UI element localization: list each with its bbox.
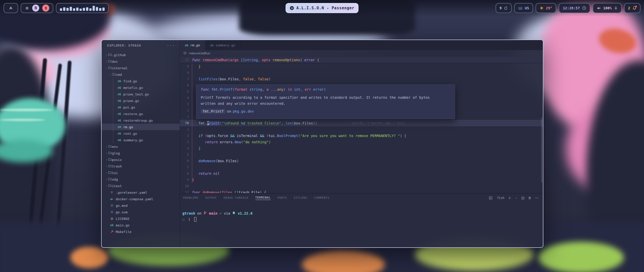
symbol-cube-icon: [183, 51, 187, 55]
updates-pill[interactable]: 9: [496, 3, 512, 13]
code-token: [200, 58, 203, 62]
tab-summary-go[interactable]: ≡G summary.go: [205, 40, 240, 50]
tree-item-cmd[interactable]: cmd: [102, 71, 180, 78]
go-file-icon: ≡G: [117, 112, 122, 116]
tree-item-prune_test.go[interactable]: ≡Gprune_test.go: [102, 91, 180, 97]
panel-tab-ports[interactable]: PORTS: [277, 196, 287, 200]
tree-item-find.go[interactable]: ≡Gfind.go: [102, 78, 180, 84]
tree-item-tui[interactable]: tui: [102, 169, 180, 176]
code-line[interactable]: 3return errors.New("do nothing"): [180, 139, 543, 145]
launcher-pill[interactable]: [4, 3, 18, 13]
wallpaper-grass-right: [538, 242, 624, 272]
editor-scrollbar[interactable]: [541, 117, 542, 183]
explorer-more-icon[interactable]: ···: [167, 43, 175, 48]
terminal-dropdown-icon[interactable]: [515, 197, 518, 199]
split-terminal-button[interactable]: [521, 196, 525, 200]
tree-item-label: cmd: [116, 73, 122, 77]
visualizer-pill: [56, 3, 109, 13]
go-file-icon: ≡G: [185, 43, 188, 47]
tree-item-xdg[interactable]: xdg: [102, 176, 180, 183]
code-line[interactable]: 2if !opts.force && isTerminal && !tui.Bo…: [180, 132, 543, 139]
code-token: [209, 87, 211, 91]
media-pill[interactable]: A.L.I.S.O.N - Passenger: [286, 3, 358, 13]
audio-pill[interactable]: 100%: [593, 3, 622, 13]
code-line[interactable]: 5: [180, 151, 543, 158]
tree-item-metafix.go[interactable]: ≡Gmetafix.go: [102, 84, 180, 91]
panel-more-icon[interactable]: [535, 197, 538, 199]
notifications-pill[interactable]: 2: [624, 3, 640, 13]
tree-item-LICENSE[interactable]: LICENSE: [102, 215, 180, 222]
tab-rm-go[interactable]: ≡G rm.go: [180, 40, 205, 50]
tree-item-internal[interactable]: internal: [102, 65, 180, 71]
go-file-icon: ≡G: [210, 43, 213, 47]
clock-pill[interactable]: 12:28:57: [559, 3, 590, 13]
workspaces-pill[interactable]: N: [21, 3, 53, 13]
code-line[interactable]: 78fmt.Printf("\nFound %d trashed files\n…: [180, 120, 543, 126]
tree-item-label: main.go: [116, 223, 130, 227]
pkg-go-dev-link[interactable]: pkg.go.dev: [233, 109, 254, 113]
kill-terminal-button[interactable]: [528, 196, 531, 200]
code-line[interactable]: 11func doRemove(files []trash.File) {: [180, 189, 543, 193]
tree-item-go.sum[interactable]: go.sum: [102, 209, 180, 215]
code-line[interactable]: 1: [180, 126, 543, 132]
code-text: return nil: [192, 172, 220, 176]
tree-item-itest[interactable]: itest: [102, 183, 180, 189]
tab-label: rm.go: [190, 43, 200, 47]
updates-count: 9: [500, 6, 502, 10]
code-line[interactable]: 9}: [180, 177, 543, 183]
tree-item-summary.go[interactable]: ≡Gsummary.go: [102, 137, 180, 143]
panel-tab-debug-console[interactable]: DEBUG CONSOLE: [224, 196, 249, 200]
terminal-content[interactable]: gtrash on main ✓ via v1.22.6 ○ ): [182, 211, 253, 222]
code-token: if: [198, 134, 203, 138]
workspace-globe[interactable]: [25, 6, 29, 10]
code-line[interactable]: 8: [180, 70, 543, 76]
workspace-files[interactable]: [42, 5, 49, 12]
tree-item-root.go[interactable]: ≡Groot.go: [102, 130, 180, 137]
code-token: err: [305, 87, 311, 91]
tree-item-doc[interactable]: doc: [102, 58, 180, 65]
panel-tab-terminal[interactable]: TERMINAL: [255, 196, 271, 200]
panel-tab-problems[interactable]: PROBLEMS: [183, 196, 198, 200]
tree-item-restore.go[interactable]: ≡Grestore.go: [102, 111, 180, 117]
new-terminal-button[interactable]: [508, 196, 511, 200]
code-token: ,: [258, 58, 262, 62]
sticky-scroll-line[interactable]: 17func removeCmdRun(args []string, opts …: [180, 57, 543, 63]
code-line[interactable]: 9}: [180, 63, 543, 70]
tree-item-glog[interactable]: glog: [102, 150, 180, 156]
code-token: %d: [241, 121, 245, 125]
tree-item-put.go[interactable]: ≡Gput.go: [102, 104, 180, 111]
keyboard-layout-pill[interactable]: US: [514, 3, 533, 13]
weather-pill[interactable]: 29°: [536, 3, 556, 13]
tree-item-prune.go[interactable]: ≡Gprune.go: [102, 97, 180, 104]
tree-item-main.go[interactable]: ≡Gmain.go: [102, 222, 180, 228]
tree-item-label: trash: [112, 164, 122, 168]
code-line[interactable]: 10: [180, 183, 543, 189]
panel-tab-comments[interactable]: COMMENTS: [314, 196, 329, 200]
code-token: listFiles: [198, 77, 218, 81]
code-line[interactable]: 4}: [180, 145, 543, 151]
code-token: trashed files: [245, 121, 275, 125]
tree-item-go.mod[interactable]: go.mod: [102, 202, 180, 209]
tree-item-docker-compose.yaml[interactable]: docker-compose.yaml: [102, 196, 180, 202]
tree-item-label: glog: [112, 151, 120, 155]
breadcrumb[interactable]: removeCmdRun: [180, 50, 543, 57]
tree-item-rm.go[interactable]: ≡Grm.go: [102, 124, 180, 130]
code-line[interactable]: 6doRemove(box.Files): [180, 158, 543, 164]
tree-item-restoreGroup.go[interactable]: ≡GrestoreGroup.go: [102, 117, 180, 124]
sticky-code-line[interactable]: 17func removeCmdRun(args []string, opts …: [180, 57, 319, 63]
code-line[interactable]: 7: [180, 164, 543, 170]
code-line[interactable]: 7listFiles(box.Files, false, false): [180, 76, 543, 82]
workspace-active[interactable]: N: [32, 5, 39, 12]
tree-item-.goreleaser.yaml[interactable]: Y.goreleaser.yaml: [102, 189, 180, 196]
panel-tab-gitlens[interactable]: GITLENS: [294, 196, 307, 200]
tree-item-env[interactable]: env: [102, 143, 180, 150]
tree-item-.github[interactable]: .github: [102, 52, 180, 58]
code-token: box: [294, 121, 300, 125]
code-line[interactable]: 8return nil: [180, 170, 543, 177]
panel-tab-output[interactable]: OUTPUT: [205, 196, 217, 200]
folder-icon: [108, 53, 112, 57]
tree-item-trash[interactable]: trash: [102, 163, 180, 169]
code-editor[interactable]: 17func removeCmdRun(args []string, opts …: [180, 57, 543, 193]
tree-item-Makefile[interactable]: Makefile: [102, 228, 180, 235]
tree-item-posix[interactable]: posix: [102, 156, 180, 163]
